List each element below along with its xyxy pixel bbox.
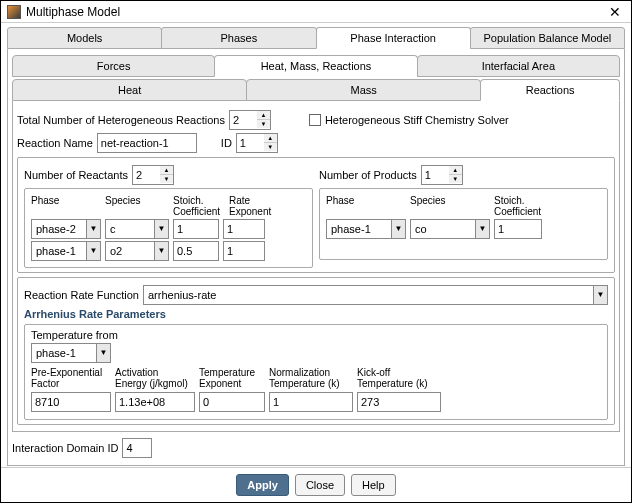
reactions-panel: Total Number of Heterogeneous Reactions … bbox=[12, 101, 620, 432]
tab-phases[interactable]: Phases bbox=[161, 27, 316, 49]
help-button[interactable]: Help bbox=[351, 474, 396, 496]
reactant-species-select[interactable]: c▼ bbox=[105, 219, 169, 239]
chevron-down-icon: ▼ bbox=[154, 242, 168, 260]
chevron-down-icon: ▼ bbox=[475, 220, 489, 238]
arr-header-kick: Kick-off Temperature (k) bbox=[357, 367, 441, 389]
chevron-down-icon: ▼ bbox=[86, 220, 100, 238]
reactants-header-phase: Phase bbox=[31, 195, 101, 217]
arrhenius-title: Arrhenius Rate Parameters bbox=[24, 308, 608, 320]
num-reactants-input[interactable] bbox=[132, 165, 160, 185]
reaction-id-label: ID bbox=[221, 137, 232, 149]
domain-id-label: Interaction Domain ID bbox=[12, 442, 118, 454]
chevron-down-icon: ▼ bbox=[154, 220, 168, 238]
reaction-id-spinner[interactable]: ▲▼ bbox=[236, 133, 278, 153]
spin-up-icon[interactable]: ▲ bbox=[264, 134, 277, 143]
products-header-species: Species bbox=[410, 195, 490, 217]
arr-kick-input[interactable] bbox=[357, 392, 441, 412]
arr-header-activation: Activation Energy (j/kgmol) bbox=[115, 367, 195, 389]
arr-header-preexp: Pre-Exponential Factor bbox=[31, 367, 111, 389]
tab-heat-mass-reactions[interactable]: Heat, Mass, Reactions bbox=[214, 55, 417, 77]
arr-texp-input[interactable] bbox=[199, 392, 265, 412]
tabs-sub2: Heat Mass Reactions bbox=[12, 79, 620, 101]
num-products-input[interactable] bbox=[421, 165, 449, 185]
reactant-stoich-input[interactable] bbox=[173, 219, 219, 239]
reactants-products-group: Number of Reactants ▲▼ Phase Species Sto… bbox=[17, 157, 615, 273]
domain-id-input[interactable] bbox=[122, 438, 152, 458]
tab-heat[interactable]: Heat bbox=[12, 79, 247, 101]
arr-header-texp: Temperature Exponent bbox=[199, 367, 265, 389]
reaction-name-label: Reaction Name bbox=[17, 137, 93, 149]
tab-population-balance[interactable]: Population Balance Model bbox=[470, 27, 625, 49]
spin-down-icon[interactable]: ▼ bbox=[160, 175, 173, 183]
products-header-phase: Phase bbox=[326, 195, 406, 217]
tab-phase-interaction[interactable]: Phase Interaction bbox=[316, 27, 471, 49]
temp-from-label: Temperature from bbox=[31, 329, 601, 341]
total-hetero-input[interactable] bbox=[229, 110, 257, 130]
num-reactants-spinner[interactable]: ▲▼ bbox=[132, 165, 174, 185]
total-hetero-label: Total Number of Heterogeneous Reactions bbox=[17, 114, 225, 126]
chevron-down-icon: ▼ bbox=[593, 286, 607, 304]
rate-function-group: Reaction Rate Function arrhenius-rate▼ A… bbox=[17, 277, 615, 425]
num-reactants-label: Number of Reactants bbox=[24, 169, 128, 181]
button-row: Apply Close Help bbox=[1, 467, 631, 496]
tab-reactions[interactable]: Reactions bbox=[480, 79, 620, 101]
reactant-rate-input[interactable] bbox=[223, 219, 265, 239]
reactant-row: phase-1▼ o2▼ bbox=[31, 241, 306, 261]
reaction-name-input[interactable] bbox=[97, 133, 197, 153]
stiff-solver-label: Heterogeneous Stiff Chemistry Solver bbox=[325, 114, 509, 126]
arr-norm-input[interactable] bbox=[269, 392, 353, 412]
reactant-rate-input[interactable] bbox=[223, 241, 265, 261]
phase-interaction-panel: Forces Heat, Mass, Reactions Interfacial… bbox=[7, 49, 625, 466]
reactants-header-stoich: Stoich. Coefficient bbox=[173, 195, 225, 217]
close-button[interactable]: Close bbox=[295, 474, 345, 496]
reactant-stoich-input[interactable] bbox=[173, 241, 219, 261]
product-species-select[interactable]: co▼ bbox=[410, 219, 490, 239]
num-products-label: Number of Products bbox=[319, 169, 417, 181]
product-phase-select[interactable]: phase-1▼ bbox=[326, 219, 406, 239]
spin-down-icon[interactable]: ▼ bbox=[449, 175, 462, 183]
window-title: Multiphase Model bbox=[26, 5, 605, 19]
reactants-column: Number of Reactants ▲▼ Phase Species Sto… bbox=[24, 162, 313, 268]
total-hetero-spinner[interactable]: ▲▼ bbox=[229, 110, 271, 130]
reactant-species-select[interactable]: o2▼ bbox=[105, 241, 169, 261]
stiff-solver-checkbox[interactable] bbox=[309, 114, 321, 126]
reactants-header-rate: Rate Exponent bbox=[229, 195, 277, 217]
tab-forces[interactable]: Forces bbox=[12, 55, 215, 77]
product-stoich-input[interactable] bbox=[494, 219, 542, 239]
spin-up-icon[interactable]: ▲ bbox=[160, 166, 173, 175]
spin-down-icon[interactable]: ▼ bbox=[264, 143, 277, 151]
rate-function-select[interactable]: arrhenius-rate▼ bbox=[143, 285, 608, 305]
tab-interfacial-area[interactable]: Interfacial Area bbox=[417, 55, 620, 77]
chevron-down-icon: ▼ bbox=[391, 220, 405, 238]
spin-up-icon[interactable]: ▲ bbox=[449, 166, 462, 175]
num-products-spinner[interactable]: ▲▼ bbox=[421, 165, 463, 185]
tab-models[interactable]: Models bbox=[7, 27, 162, 49]
reaction-id-input[interactable] bbox=[236, 133, 264, 153]
titlebar: Multiphase Model ✕ bbox=[1, 1, 631, 23]
rate-function-label: Reaction Rate Function bbox=[24, 289, 139, 301]
apply-button[interactable]: Apply bbox=[236, 474, 289, 496]
temp-from-select[interactable]: phase-1▼ bbox=[31, 343, 111, 363]
app-icon bbox=[7, 5, 21, 19]
reactants-header-species: Species bbox=[105, 195, 169, 217]
products-column: Number of Products ▲▼ Phase Species Stoi… bbox=[319, 162, 608, 268]
reactant-phase-select[interactable]: phase-2▼ bbox=[31, 219, 101, 239]
tabs-main: Models Phases Phase Interaction Populati… bbox=[7, 27, 625, 49]
tab-mass[interactable]: Mass bbox=[246, 79, 481, 101]
spin-up-icon[interactable]: ▲ bbox=[257, 111, 270, 120]
products-header-stoich: Stoich. Coefficient bbox=[494, 195, 548, 217]
reactant-phase-select[interactable]: phase-1▼ bbox=[31, 241, 101, 261]
spin-down-icon[interactable]: ▼ bbox=[257, 120, 270, 128]
arr-activation-input[interactable] bbox=[115, 392, 195, 412]
arr-header-norm: Normalization Temperature (k) bbox=[269, 367, 353, 389]
reactant-row: phase-2▼ c▼ bbox=[31, 219, 306, 239]
product-row: phase-1▼ co▼ bbox=[326, 219, 601, 239]
multiphase-model-window: Multiphase Model ✕ Models Phases Phase I… bbox=[0, 0, 632, 503]
arr-preexp-input[interactable] bbox=[31, 392, 111, 412]
close-icon[interactable]: ✕ bbox=[605, 4, 625, 20]
chevron-down-icon: ▼ bbox=[86, 242, 100, 260]
tabs-sub1: Forces Heat, Mass, Reactions Interfacial… bbox=[12, 55, 620, 77]
chevron-down-icon: ▼ bbox=[96, 344, 110, 362]
